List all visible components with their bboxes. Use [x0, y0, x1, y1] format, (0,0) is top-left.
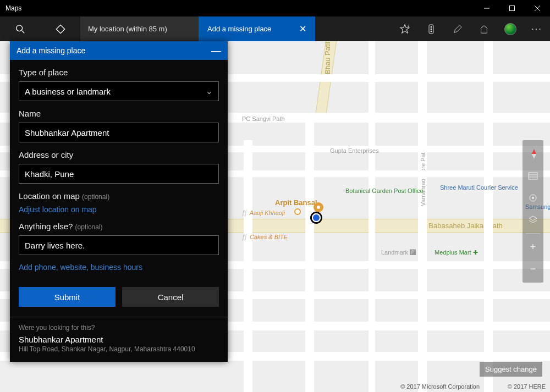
ink-button[interactable] — [444, 16, 471, 41]
traffic-button[interactable] — [418, 16, 444, 41]
map-pin-title: Arpit Bansal — [275, 198, 317, 207]
titlebar: Maps — [0, 0, 550, 16]
current-location-icon — [310, 212, 322, 224]
map-controls: + − — [522, 140, 543, 283]
star-icon — [400, 24, 410, 34]
tilt-icon — [528, 172, 538, 180]
road — [305, 113, 314, 392]
poi-label: Medplus Mart ✚ — [435, 249, 478, 256]
poi-label: Gupta Enterprises — [330, 147, 379, 154]
cancel-button[interactable]: Cancel — [122, 287, 219, 307]
pin-orange-small-icon — [294, 208, 301, 215]
poi-label: Botanical Garden Post Office — [345, 187, 389, 194]
panel-header: Add a missing place — — [10, 41, 228, 60]
tab-add-place[interactable]: Add a missing place ✕ — [199, 16, 315, 41]
panel-title: Add a missing place — [16, 46, 85, 55]
adjust-location-link[interactable]: Adjust location on map — [19, 205, 219, 214]
address-input[interactable] — [19, 164, 219, 184]
svg-point-12 — [431, 28, 432, 30]
toolbar: My location (within 85 m) Add a missing … — [0, 16, 550, 41]
svg-point-13 — [431, 30, 432, 32]
directions-button[interactable] — [40, 16, 80, 41]
minimize-button[interactable] — [474, 0, 499, 16]
svg-point-4 — [16, 25, 22, 31]
location-tab-label: My location (within 85 m) — [88, 25, 167, 33]
svg-line-5 — [21, 30, 24, 33]
road — [484, 41, 493, 392]
building-icon — [479, 24, 489, 34]
poi-label: Shree Maruti Courier Service — [440, 184, 484, 191]
favorites-button[interactable] — [392, 16, 418, 41]
add-tab-label: Add a missing place — [207, 25, 271, 33]
minus-icon: − — [530, 263, 536, 275]
svg-rect-1 — [510, 6, 515, 11]
name-input[interactable] — [19, 123, 219, 142]
poi-label: Landmark 🅿 — [381, 249, 416, 256]
road-label: PC Sangvi Path — [242, 115, 285, 122]
svg-marker-7 — [400, 24, 409, 32]
3d-button[interactable] — [471, 16, 497, 41]
traffic-icon — [427, 24, 436, 34]
svg-point-11 — [431, 26, 432, 27]
name-label: Name — [19, 109, 219, 118]
maximize-button[interactable] — [499, 0, 525, 16]
attribution: © 2017 Microsoft Corporation — [400, 383, 480, 390]
layers-icon — [528, 215, 538, 225]
minimize-panel-icon[interactable]: — — [211, 45, 221, 57]
suggestion-address: Hill Top Road, Shankar Nagar, Nagpur, Ma… — [19, 345, 219, 353]
svg-marker-19 — [529, 216, 537, 220]
road-label: Bhau Patil Roa — [323, 41, 332, 74]
tilt-button[interactable] — [522, 165, 543, 186]
poi-label: 🍴 Cakes & BITE — [240, 234, 288, 241]
chevron-down-icon: ⌄ — [206, 86, 213, 96]
type-label: Type of place — [19, 68, 219, 77]
svg-rect-14 — [529, 173, 537, 179]
pin-orange-icon[interactable] — [314, 202, 323, 212]
suggestion-title[interactable]: Shubhankar Apartment — [19, 335, 219, 344]
search-icon — [15, 24, 25, 34]
compass-icon — [528, 149, 538, 159]
submit-button[interactable]: Submit — [19, 287, 116, 307]
directions-icon — [56, 24, 65, 34]
suggest-change-button[interactable]: Suggest change — [480, 362, 542, 377]
road-label: Vamanrao More Path — [420, 149, 426, 206]
close-icon[interactable]: ✕ — [299, 24, 306, 34]
looking-for-hint: Were you looking for this? — [19, 324, 219, 332]
type-select[interactable]: A business or landmark ⌄ — [19, 81, 219, 101]
road — [369, 41, 375, 392]
close-button[interactable] — [525, 0, 550, 16]
more-info-link[interactable]: Add phone, website, business hours — [19, 263, 219, 272]
attribution: © 2017 HERE — [508, 383, 546, 390]
layers-button[interactable] — [522, 209, 543, 230]
more-button[interactable]: ··· — [524, 16, 550, 41]
type-value: A business or landmark — [25, 87, 111, 96]
toolbar-right: ··· — [392, 16, 550, 41]
app-title: Maps — [6, 4, 474, 12]
address-label: Address or city — [19, 150, 219, 159]
tab-my-location[interactable]: My location (within 85 m) — [80, 16, 199, 41]
anything-label: Anything else? (optional) — [19, 222, 219, 231]
zoom-in-button[interactable]: + — [522, 236, 543, 257]
plus-icon: + — [530, 241, 536, 253]
compass-button[interactable] — [522, 143, 543, 164]
poi-label: 🍴 Aaoji Khhaoji — [240, 209, 285, 217]
locate-button[interactable] — [522, 187, 543, 208]
add-place-panel: Add a missing place — Type of place A bu… — [10, 41, 228, 362]
zoom-out-button[interactable]: − — [522, 258, 543, 279]
pen-icon — [453, 24, 463, 34]
ellipsis-icon: ··· — [531, 24, 542, 34]
locate-icon — [528, 193, 538, 203]
svg-point-18 — [532, 197, 534, 199]
search-button[interactable] — [0, 16, 40, 41]
svg-rect-6 — [56, 25, 64, 33]
avatar-icon — [504, 23, 516, 35]
road — [418, 41, 427, 392]
location-label: Location on map (optional) — [19, 191, 219, 201]
anything-input[interactable] — [19, 235, 219, 255]
profile-button[interactable] — [497, 16, 524, 41]
window-controls — [474, 0, 550, 16]
